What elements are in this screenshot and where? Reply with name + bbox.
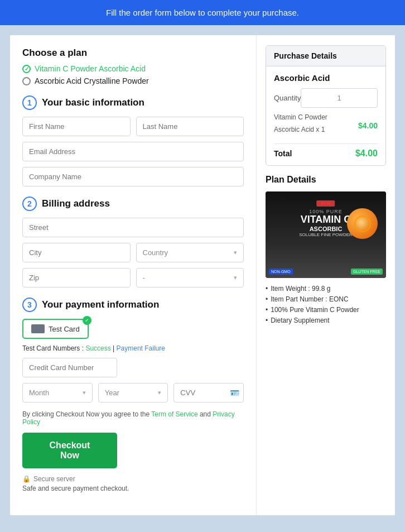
total-row: Total $4.00 [274,148,378,159]
purchase-details-box: Purchase Details Ascorbic Acid Quantity … [266,45,386,166]
lock-icon: 🔒 [22,475,31,483]
product-lines: Vitamin C Powder Ascorbic Acid x 1 [274,113,327,138]
email-input[interactable] [22,142,244,161]
test-card-numbers: Test Card Numbers : Success | Payment Fa… [22,344,244,352]
test-card-option[interactable]: ✓ Test Card [22,319,89,339]
page-wrapper: Fill the order form below to complete yo… [0,0,405,532]
step3-circle: 3 [22,298,37,312]
card-label: Test Card [49,325,80,333]
cc-row [22,358,244,377]
bullet-0: Item Weight : 99.8 g [266,285,386,293]
purchase-details-header: Purchase Details [266,46,385,66]
top-banner: Fill the order form below to complete yo… [0,0,405,25]
bullet-2: 100% Pure Vitamin C Powder [266,306,386,314]
country-label: Country [143,248,168,257]
first-name-field [22,117,131,136]
plan-label-2: Ascorbic Acid Crystalline Powder [35,76,149,85]
cc-input[interactable] [22,358,117,377]
month-year-cvv-row: Month ▾ Year ▾ 🪪 [22,383,244,402]
product-line1: Vitamin C Powder [274,113,327,121]
plan-details-title: Plan Details [266,175,386,185]
city-country-row: Country ▾ [22,243,244,262]
chevron-month-icon: ▾ [83,389,86,396]
tos-link[interactable]: Term of Service [151,410,197,418]
right-panel: Purchase Details Ascorbic Acid Quantity … [257,35,395,515]
year-field: Year ▾ [98,383,168,402]
state-select[interactable]: - ▾ [136,268,244,287]
secure-label: Secure server [33,475,75,483]
product-name: Ascorbic Acid [274,73,378,83]
step1-title: Your basic information [42,97,144,108]
state-label: - [143,274,145,282]
quantity-input[interactable] [301,88,378,108]
bullet-3: Dietary Supplement [266,317,386,324]
quantity-label: Quantity [274,94,301,102]
step2-circle: 2 [22,196,37,211]
radio-icon-1 [22,65,31,73]
product-price: $4.00 [358,121,378,130]
product-price-row: Vitamin C Powder Ascorbic Acid x 1 $4.00 [274,113,378,138]
failure-link[interactable]: Payment Failure [117,344,165,352]
last-name-input[interactable] [136,117,244,136]
plan-bullets: Item Weight : 99.8 g Item Part Number : … [266,285,386,324]
purchase-details-body: Ascorbic Acid Quantity Vitamin C Powder … [266,66,385,165]
success-link[interactable]: Success [85,344,110,352]
card-icon [31,324,45,333]
zip-field [22,268,131,287]
total-label: Total [274,149,292,158]
month-label: Month [29,389,49,397]
street-row [22,218,244,237]
plan-option-1[interactable]: Vitamin C Powder Ascorbic Acid [22,64,244,73]
chevron-down-icon-2: ▾ [234,274,237,281]
zip-input[interactable] [22,268,131,287]
step3-header: 3 Your payment information [22,298,244,312]
step1-circle: 1 [22,95,37,110]
company-input[interactable] [22,167,244,186]
zip-state-row: - ▾ [22,268,244,287]
step2-header: 2 Billing address [22,196,244,211]
total-price: $4.00 [355,148,378,159]
main-content: Choose a plan Vitamin C Powder Ascorbic … [10,35,395,515]
choose-plan-title: Choose a plan [22,47,244,59]
tos-prefix: By clicking Checkout Now you agree to th… [22,410,151,418]
city-input[interactable] [22,243,131,262]
cvv-card-icon: 🪪 [230,389,239,397]
safe-text: Safe and secure payment checkout. [22,485,244,492]
tos-text: By clicking Checkout Now you agree to th… [22,410,244,426]
plan-option-2[interactable]: Ascorbic Acid Crystalline Powder [22,76,244,85]
step3-title: Your payment information [42,299,159,310]
plan-label-1: Vitamin C Powder Ascorbic Acid [35,64,146,73]
first-name-input[interactable] [22,117,131,136]
divider [274,143,378,144]
product-line2: Ascorbic Acid x 1 [274,126,327,133]
test-card-label: Test Card Numbers : [22,344,85,352]
company-row [22,167,244,186]
radio-icon-2 [22,77,31,85]
chevron-year-icon: ▾ [158,389,161,396]
step2-title: Billing address [42,198,110,209]
checkout-button[interactable]: Checkout Now [22,433,117,468]
year-select[interactable]: Year ▾ [98,383,168,402]
bullet-1: Item Part Number : EONC [266,295,386,303]
check-badge-icon: ✓ [83,316,91,325]
street-field [22,218,244,237]
state-field: - ▾ [136,268,244,287]
month-select[interactable]: Month ▾ [22,383,93,402]
step1-header: 1 Your basic information [22,95,244,110]
left-panel: Choose a plan Vitamin C Powder Ascorbic … [10,35,257,515]
product-image: EON 100% PURE VITAMIN C ASCORBIC SOLUBLE… [266,191,386,278]
city-field [22,243,131,262]
company-field [22,167,244,186]
and-text: and [200,410,213,418]
country-field: Country ▾ [136,243,244,262]
banner-text: Fill the order form below to complete yo… [106,8,299,17]
month-field: Month ▾ [22,383,93,402]
quantity-row: Quantity [274,88,378,108]
chevron-down-icon: ▾ [234,249,237,256]
year-label: Year [105,389,119,397]
street-input[interactable] [22,218,244,237]
email-field [22,142,244,161]
name-row [22,117,244,136]
last-name-field [136,117,244,136]
country-select[interactable]: Country ▾ [136,243,244,262]
